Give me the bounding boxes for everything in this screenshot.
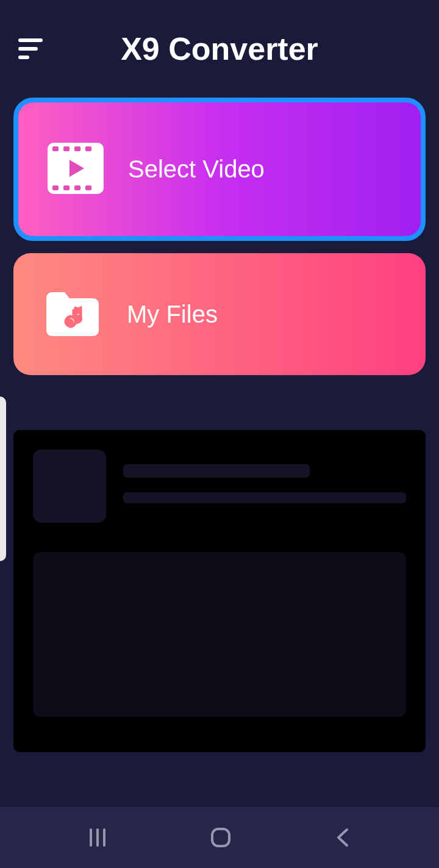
film-play-icon <box>48 143 104 196</box>
menu-icon[interactable] <box>18 34 48 63</box>
svg-rect-5 <box>52 185 59 190</box>
my-files-button[interactable]: My Files <box>13 253 426 375</box>
back-button[interactable] <box>334 827 352 848</box>
my-files-label: My Files <box>127 301 218 328</box>
svg-rect-6 <box>63 185 70 190</box>
svg-rect-4 <box>85 146 91 151</box>
svg-rect-14 <box>212 829 229 846</box>
svg-rect-8 <box>85 185 91 190</box>
recents-button[interactable] <box>87 827 108 848</box>
ad-text-placeholder <box>123 450 406 503</box>
svg-rect-2 <box>63 146 70 151</box>
music-folder-icon <box>43 286 102 342</box>
svg-point-10 <box>74 315 82 323</box>
ad-header-skeleton <box>33 450 406 523</box>
system-navbar <box>0 807 439 868</box>
select-video-button[interactable]: Select Video <box>13 98 426 241</box>
side-drawer-handle[interactable] <box>0 396 6 561</box>
ad-thumbnail-placeholder <box>33 450 106 523</box>
svg-rect-3 <box>74 146 80 151</box>
main-actions: Select Video My Files <box>0 85 439 375</box>
app-title: X9 Converter <box>48 30 421 67</box>
select-video-label: Select Video <box>128 156 265 183</box>
svg-rect-1 <box>52 146 59 151</box>
ad-body-placeholder <box>33 552 406 717</box>
home-button[interactable] <box>209 825 233 850</box>
svg-point-9 <box>65 318 74 327</box>
svg-rect-7 <box>74 185 80 190</box>
ad-placeholder <box>13 430 426 752</box>
app-header: X9 Converter <box>0 0 439 85</box>
